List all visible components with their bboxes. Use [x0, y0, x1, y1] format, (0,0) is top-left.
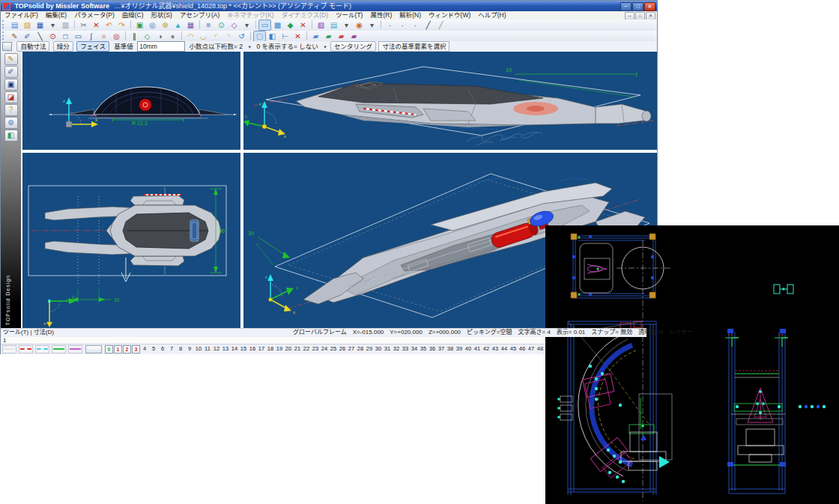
auto-dimension-button[interactable]: 自動寸法 [16, 41, 49, 52]
design-mode-icon[interactable]: ◪ [4, 91, 18, 103]
toolbar-icon[interactable]: ▭ [258, 19, 271, 31]
layer-number[interactable]: 38 [446, 344, 455, 353]
layer-number[interactable]: 48 [536, 344, 545, 353]
toolbar-icon[interactable]: ▾ [46, 19, 59, 31]
draw-tool-icon[interactable]: ◧ [266, 31, 279, 42]
line-style-swatch[interactable] [35, 345, 49, 353]
chevron-down-icon[interactable]: ▾ [324, 44, 327, 49]
toolbar-icon[interactable]: ◎ [146, 19, 159, 31]
layer-number[interactable]: 7 [167, 344, 176, 353]
layer-number[interactable]: 14 [230, 344, 239, 353]
draw-tool-icon[interactable]: ▰ [348, 31, 360, 42]
draw-tool-icon[interactable]: ◠ [184, 31, 197, 42]
draw-tool-icon[interactable]: ▰ [335, 31, 348, 42]
layer-number[interactable]: 26 [338, 344, 347, 353]
layer-number[interactable]: 47 [527, 344, 536, 353]
menu-item[interactable]: キネマチック(K) [223, 11, 277, 19]
draw-tool-icon[interactable]: ◑ [154, 31, 166, 42]
layer-number[interactable]: 16 [248, 344, 257, 353]
toolbar-icon[interactable]: ◆ [284, 19, 297, 31]
line-style-swatch[interactable] [19, 345, 33, 353]
layer-number[interactable]: 43 [491, 344, 500, 353]
draw-tool-icon[interactable]: ╲ [34, 31, 46, 42]
toolbar-icon[interactable]: ✕ [90, 19, 103, 31]
layer-number[interactable]: 35 [419, 344, 428, 353]
menu-item[interactable]: 曲線(C) [118, 11, 148, 19]
menu-item[interactable]: 解析(N) [396, 11, 425, 19]
layer-number[interactable]: 33 [401, 344, 410, 353]
layer-number[interactable]: 36 [428, 344, 437, 353]
draw-tool-icon[interactable]: ⊢ [279, 31, 291, 42]
menu-item[interactable]: ファイル(F) [1, 11, 42, 19]
menu-item[interactable]: アセンブリ(A) [176, 11, 223, 19]
toolbar-icon[interactable]: ⊕ [159, 19, 172, 31]
design-mode-icon[interactable]: ✐ [4, 66, 18, 78]
toolbar-icon[interactable]: ⊙ [215, 19, 228, 31]
toolbar-icon[interactable]: ▤ [8, 19, 21, 31]
toolbar-icon[interactable]: ↶ [103, 19, 115, 31]
layer-number[interactable]: 19 [275, 344, 284, 353]
toolbar-icon[interactable]: ▨ [21, 19, 34, 31]
centering-button[interactable]: センタリング [330, 41, 376, 52]
layer-button[interactable]: 1 [114, 345, 122, 353]
toolbar-grip[interactable] [2, 20, 6, 28]
layer-number[interactable]: 4 [140, 344, 149, 353]
design-mode-icon[interactable]: ? [4, 104, 18, 116]
toolbar-icon[interactable]: ▧ [315, 19, 327, 31]
titlebar[interactable]: TOPsolid by Missler Software …¥オリジナル武器¥s… [1, 1, 657, 11]
toolbar-icon[interactable]: ∙ [409, 19, 422, 31]
menu-item[interactable]: 属性(R) [366, 11, 396, 19]
layer-number[interactable]: 9 [185, 344, 194, 353]
layer-number[interactable]: 41 [473, 344, 482, 353]
draw-tool-icon[interactable]: ✎ [8, 31, 21, 42]
draw-tool-icon[interactable]: ▢ [253, 31, 266, 42]
menu-item[interactable]: ヘルプ(H) [474, 11, 509, 19]
toolbar-icon[interactable]: ↷ [115, 19, 128, 31]
toolbar-icon[interactable]: ◉ [353, 19, 366, 31]
draw-tool-icon[interactable]: ● [166, 31, 179, 42]
layer-number[interactable]: 29 [365, 344, 374, 353]
layer-number[interactable]: 40 [464, 344, 473, 353]
toolbar-icon[interactable]: ✕ [297, 19, 309, 31]
line-style-swatch[interactable] [68, 345, 82, 353]
draw-tool-icon[interactable]: □ [59, 31, 72, 42]
viewport-top-left[interactable]: R 22.3 z x [22, 52, 240, 150]
draw-tool-icon[interactable]: ◡ [197, 31, 210, 42]
layer-number[interactable]: 8 [176, 344, 185, 353]
draw-tool-icon[interactable]: ◜ [210, 31, 222, 42]
toolbar-icon[interactable]: ▥ [59, 19, 72, 31]
base-value-input[interactable]: 10mm [137, 41, 185, 52]
layer-number[interactable]: 20 [284, 344, 293, 353]
draw-tool-icon[interactable]: ◇ [141, 31, 154, 42]
draw-tool-icon[interactable]: ◎ [110, 31, 123, 42]
layer-number[interactable]: 28 [356, 344, 365, 353]
chevron-down-icon[interactable]: ▾ [248, 44, 251, 49]
layer-number[interactable]: 22 [302, 344, 311, 353]
menu-item[interactable]: ダイナミクス(D) [278, 11, 332, 19]
layer-number[interactable]: 18 [266, 344, 275, 353]
layer-number[interactable]: 32 [392, 344, 401, 353]
toolbar-icon[interactable]: ▾ [340, 19, 353, 31]
layer-number[interactable]: 6 [158, 344, 167, 353]
design-mode-icon[interactable]: ✎ [4, 53, 18, 65]
toolbar-icon[interactable]: ╱ [422, 19, 434, 31]
draw-tool-icon[interactable]: ↺ [235, 31, 248, 42]
draw-tool-icon[interactable]: ⊙ [46, 31, 59, 42]
layer-number[interactable]: 24 [320, 344, 329, 353]
layer-number[interactable]: 12 [212, 344, 221, 353]
layer-number[interactable]: 46 [518, 344, 527, 353]
line-style-swatch[interactable] [52, 345, 66, 353]
layer-number[interactable]: 17 [257, 344, 266, 353]
layer-number[interactable]: 11 [203, 344, 212, 353]
toolbar-icon[interactable]: ≡ [202, 19, 215, 31]
layer-number[interactable]: 27 [347, 344, 356, 353]
menu-item[interactable]: ツール(T) [332, 11, 366, 19]
layer-number[interactable]: 34 [410, 344, 419, 353]
layer-number[interactable]: 13 [221, 344, 230, 353]
layer-number[interactable]: 10 [194, 344, 203, 353]
toolbar-icon[interactable]: ▾ [366, 19, 378, 31]
layer-number[interactable]: 39 [455, 344, 464, 353]
maximize-button[interactable]: □ [632, 2, 643, 11]
draw-tool-icon[interactable]: ▰ [322, 31, 335, 42]
design-mode-icon[interactable]: ⊛ [4, 117, 18, 129]
